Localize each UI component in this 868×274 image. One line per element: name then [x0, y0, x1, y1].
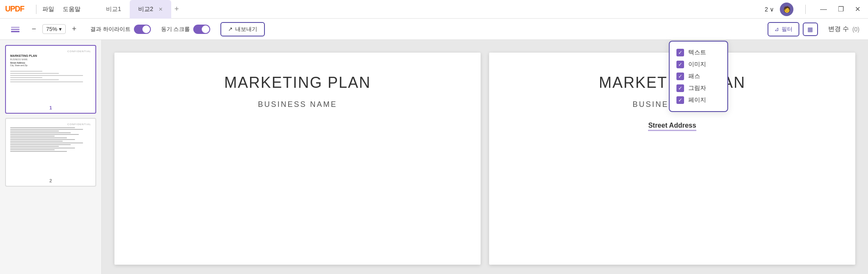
- filter-label-shadow: 그림자: [688, 84, 706, 92]
- doc-right-address: Street Address: [648, 122, 696, 129]
- filter-button[interactable]: ⊿ 필터: [768, 22, 799, 36]
- filter-checkbox-page[interactable]: ✓: [676, 96, 684, 104]
- filter-checkbox-image[interactable]: ✓: [676, 61, 684, 68]
- filter-item-page[interactable]: ✓ 페이지: [676, 94, 721, 106]
- thumb-confidential-2: CONFIDENTIAL: [10, 123, 91, 126]
- sidebar-page-1[interactable]: CONFIDENTIAL MARKETING PLAN BUSINESS NAM…: [5, 45, 96, 114]
- tab-add-button[interactable]: +: [175, 5, 179, 14]
- main-content: CONFIDENTIAL MARKETING PLAN BUSINESS NAM…: [0, 40, 868, 274]
- thumb-toc-lines: [10, 127, 91, 152]
- sidebar-page-2[interactable]: CONFIDENTIAL: [5, 118, 96, 187]
- result-highlight-toggle[interactable]: [134, 25, 151, 34]
- thumb-line: [10, 71, 42, 72]
- check-icon-page: ✓: [678, 97, 682, 103]
- toc-line: [10, 137, 67, 138]
- filter-item-shadow[interactable]: ✓ 그림자: [676, 82, 721, 94]
- filter-item-image[interactable]: ✓ 이미지: [676, 59, 721, 70]
- export-button[interactable]: ↗ 내보내기: [220, 22, 265, 36]
- thumb-title-1: MARKETING PLAN: [10, 54, 91, 57]
- svg-rect-1: [11, 29, 19, 30]
- thumb-confidential-1: CONFIDENTIAL: [10, 50, 91, 53]
- toc-line: [10, 139, 75, 140]
- export-label: 내보내기: [235, 25, 257, 33]
- thumb-bizname-1: BUSINESS NAME: [10, 58, 91, 61]
- toc-line: [10, 149, 55, 150]
- result-highlight-label: 결과 하이라이트: [90, 25, 131, 33]
- filter-label-page: 페이지: [688, 96, 706, 104]
- close-button[interactable]: ✕: [852, 5, 863, 13]
- toc-line: [10, 131, 59, 131]
- zoom-controls: − 75% ▾ +: [28, 23, 80, 35]
- svg-rect-0: [11, 27, 19, 28]
- filter-label-text: 텍스트: [688, 49, 706, 56]
- doc-left-title: MARKETING PLAN: [224, 74, 371, 92]
- thumb-inner-1: CONFIDENTIAL MARKETING PLAN BUSINESS NAM…: [8, 48, 93, 103]
- check-icon-shadow: ✓: [678, 85, 682, 91]
- page-indicator: 2 ∨: [765, 6, 774, 13]
- doc-area: MARKETING PLAN BUSINESS NAME MARKETING P…: [102, 40, 868, 274]
- doc-left-bizname: BUSINESS NAME: [258, 100, 337, 109]
- menu-item-file[interactable]: 파일: [42, 6, 54, 13]
- toc-line: [10, 132, 71, 133]
- thumb-line: [10, 77, 42, 78]
- title-bar-menu: 파일 도움말: [42, 6, 81, 13]
- toc-line: [10, 151, 67, 152]
- thumb-line: [10, 81, 83, 82]
- filter-item-text[interactable]: ✓ 텍스트: [676, 47, 721, 59]
- toc-line: [10, 129, 83, 130]
- tab-label-compare1: 비교1: [106, 6, 121, 13]
- menu-item-help[interactable]: 도움말: [63, 6, 81, 13]
- doc-address-text: Street Address: [648, 122, 696, 129]
- maximize-button[interactable]: ❐: [835, 5, 846, 13]
- tab-compare1[interactable]: 비교1: [97, 0, 130, 19]
- export-icon: ↗: [228, 26, 233, 32]
- filter-checkbox-text[interactable]: ✓: [676, 49, 684, 56]
- minimize-button[interactable]: —: [818, 6, 829, 13]
- title-bar-right: 2 ∨ 🧑 — ❐ ✕: [765, 3, 863, 16]
- winbtn-divider: [805, 5, 806, 14]
- zoom-out-button[interactable]: −: [28, 23, 40, 35]
- check-icon-image: ✓: [678, 62, 682, 67]
- filter-checkbox-shadow[interactable]: ✓: [676, 84, 684, 92]
- changes-count: (0): [852, 26, 860, 33]
- svg-rect-2: [11, 31, 19, 32]
- layers-icon[interactable]: [8, 22, 22, 36]
- check-icon-path: ✓: [678, 73, 682, 79]
- toc-line: [10, 144, 71, 145]
- title-bar: UPDF 파일 도움말 비교1 비교2 ✕ + 2 ∨ 🧑 — ❐ ✕: [0, 0, 868, 19]
- thumb-line: [10, 73, 59, 74]
- zoom-value: 75%: [46, 26, 57, 32]
- page-number: 2: [765, 6, 768, 13]
- tab-close-icon[interactable]: ✕: [159, 6, 163, 12]
- filter-item-path[interactable]: ✓ 패스: [676, 70, 721, 82]
- toc-line: [10, 134, 79, 135]
- toc-line: [10, 146, 59, 147]
- zoom-select[interactable]: 75% ▾: [42, 24, 66, 34]
- changes-label: 변경 수: [828, 25, 849, 33]
- filter-label-path: 패스: [688, 73, 700, 80]
- result-highlight-area: 결과 하이라이트: [90, 25, 151, 34]
- zoom-in-button[interactable]: +: [68, 23, 80, 35]
- thumb-line: [10, 79, 59, 80]
- filter-dropdown: ✓ 텍스트 ✓ 이미지 ✓ 패스 ✓ 그림자 ✓ 페이지: [669, 41, 728, 112]
- toc-line: [10, 141, 63, 142]
- tab-compare2[interactable]: 비교2 ✕: [130, 0, 171, 19]
- check-icon-text: ✓: [678, 50, 682, 56]
- filter-checkbox-path[interactable]: ✓: [676, 73, 684, 80]
- sync-scroll-label: 동기 스크롤: [161, 25, 190, 33]
- page-num-1: 1: [8, 105, 93, 110]
- layout-button[interactable]: ▦: [803, 22, 818, 36]
- page-chevron[interactable]: ∨: [770, 6, 774, 13]
- address-highlight-bar: [648, 130, 696, 131]
- title-bar-divider: [36, 5, 36, 14]
- tab-label-compare2: 비교2: [138, 6, 153, 13]
- user-avatar[interactable]: 🧑: [780, 3, 793, 16]
- sync-scroll-toggle[interactable]: [193, 25, 210, 34]
- layout-icon: ▦: [807, 26, 813, 33]
- doc-panel-left: MARKETING PLAN BUSINESS NAME: [114, 53, 481, 265]
- filter-icon: ⊿: [774, 26, 779, 32]
- toc-line: [10, 136, 55, 137]
- toolbar: − 75% ▾ + 결과 하이라이트 동기 스크롤 ↗ 내보내기 ⊿ 필터 ▦ …: [0, 19, 868, 40]
- filter-area: ⊿ 필터 ▦ 변경 수 (0): [768, 22, 860, 36]
- toc-line: [10, 143, 83, 143]
